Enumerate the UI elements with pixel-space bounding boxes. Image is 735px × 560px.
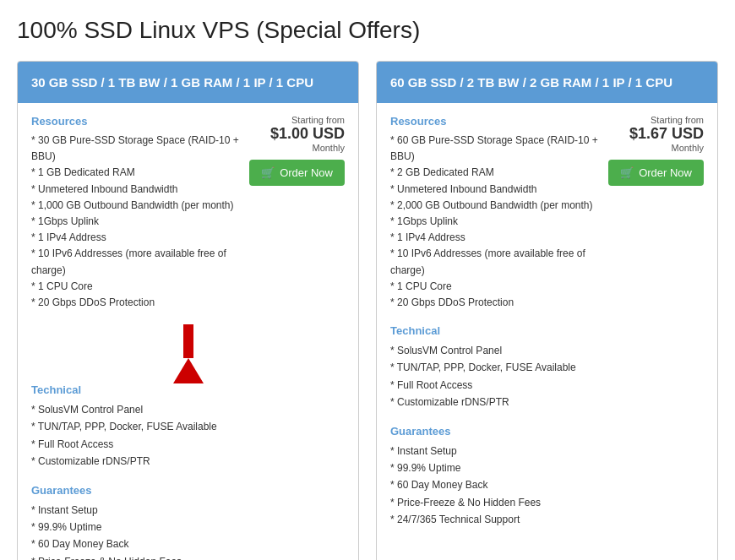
technical-content-2: * SolusVM Control Panel* TUN/TAP, PPP, D…: [390, 342, 704, 411]
technical-label-2: Technical: [390, 324, 704, 337]
technical-section-2: Technical* SolusVM Control Panel* TUN/TA…: [390, 324, 704, 411]
order-button-1[interactable]: 🛒Order Now: [249, 160, 345, 186]
technical-section-1: Technical* SolusVM Control Panel* TUN/TA…: [31, 383, 345, 470]
period-1: Monthly: [249, 143, 345, 153]
plan-card-2: 60 GB SSD / 2 TB BW / 2 GB RAM / 1 IP / …: [376, 61, 718, 560]
page-title: 100% SSD Linux VPS (Special Offers): [17, 17, 718, 44]
period-2: Monthly: [608, 143, 704, 153]
price-2: $1.67 USD: [608, 125, 704, 143]
resources-label-2: Resources: [390, 115, 600, 128]
starting-from-label-2: Starting from: [608, 115, 704, 125]
guarantees-content-2: * Instant Setup* 99.9% Uptime* 60 Day Mo…: [390, 443, 704, 529]
guarantees-section-1: Guarantees* Instant Setup* 99.9% Uptime*…: [31, 484, 345, 560]
guarantees-label-1: Guarantees: [31, 484, 345, 497]
pricing-block-1: Starting from$1.00 USDMonthly🛒Order Now: [249, 115, 345, 186]
resources-label-1: Resources: [31, 115, 241, 128]
resources-content-2: * 60 GB Pure-SSD Storage Space (RAID-10 …: [390, 133, 600, 311]
order-arrow-indicator: [31, 324, 345, 383]
order-button-2[interactable]: 🛒Order Now: [608, 160, 704, 186]
resources-section-2: Resources* 60 GB Pure-SSD Storage Space …: [390, 115, 600, 311]
arrow-head: [173, 358, 204, 383]
resources-content-1: * 30 GB Pure-SSD Storage Space (RAID-10 …: [31, 133, 241, 311]
plan-header-1: 30 GB SSD / 1 TB BW / 1 GB RAM / 1 IP / …: [18, 62, 358, 103]
technical-label-1: Technical: [31, 383, 345, 396]
resources-section-1: Resources* 30 GB Pure-SSD Storage Space …: [31, 115, 241, 311]
pricing-block-2: Starting from$1.67 USDMonthly🛒Order Now: [608, 115, 704, 186]
guarantees-section-2: Guarantees* Instant Setup* 99.9% Uptime*…: [390, 425, 704, 529]
plan-card-1: 30 GB SSD / 1 TB BW / 1 GB RAM / 1 IP / …: [17, 61, 359, 560]
guarantees-label-2: Guarantees: [390, 425, 704, 438]
technical-content-1: * SolusVM Control Panel* TUN/TAP, PPP, D…: [31, 401, 345, 470]
plan-header-2: 60 GB SSD / 2 TB BW / 2 GB RAM / 1 IP / …: [377, 62, 717, 103]
plans-container: 30 GB SSD / 1 TB BW / 1 GB RAM / 1 IP / …: [17, 61, 718, 560]
starting-from-label-1: Starting from: [249, 115, 345, 125]
price-1: $1.00 USD: [249, 125, 345, 143]
order-btn-label-1: Order Now: [280, 166, 333, 179]
arrow-shaft: [183, 324, 193, 358]
cart-icon-1: 🛒: [261, 166, 275, 179]
guarantees-content-1: * Instant Setup* 99.9% Uptime* 60 Day Mo…: [31, 502, 345, 560]
order-btn-label-2: Order Now: [639, 166, 692, 179]
cart-icon-2: 🛒: [620, 166, 634, 179]
